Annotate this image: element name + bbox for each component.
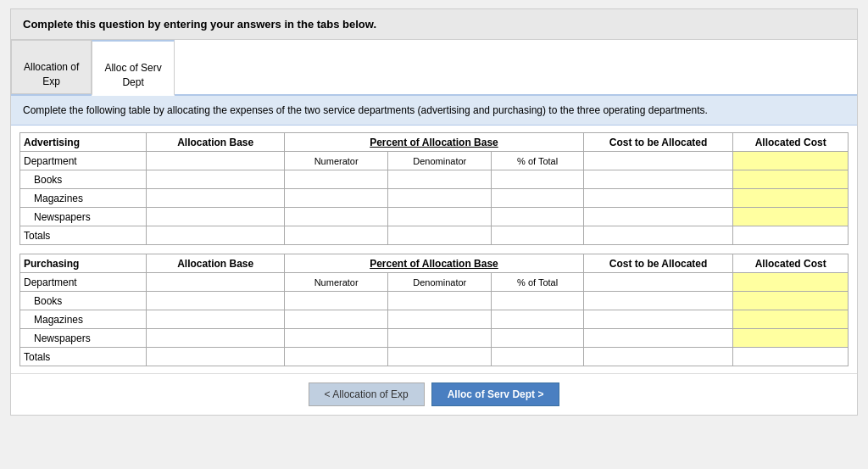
pur-dept-allocated-field[interactable]	[733, 274, 848, 291]
adv-dept-cost-field[interactable]	[584, 153, 732, 170]
pur-magazines-row: Magazines	[20, 310, 849, 329]
adv-magazines-allocated-field[interactable]	[733, 190, 848, 207]
nav-buttons: < Allocation of Exp Alloc of Serv Dept >	[11, 373, 857, 415]
pur-dept-alloc-field[interactable]	[147, 274, 284, 291]
adv-books-alloc-field[interactable]	[147, 171, 284, 188]
adv-dept-alloc-input[interactable]	[147, 152, 285, 170]
pur-newspapers-label: Newspapers	[20, 329, 147, 348]
pur-dept-label: Department	[20, 273, 147, 292]
adv-books-row: Books	[20, 170, 849, 189]
pur-totals-alloc-field[interactable]	[147, 349, 284, 366]
adv-newspapers-numerator-field[interactable]	[285, 209, 387, 226]
pur-totals-pct-field[interactable]	[492, 349, 583, 366]
adv-totals-cost-field[interactable]	[584, 227, 732, 244]
adv-newspapers-cost-field[interactable]	[584, 209, 732, 226]
adv-books-denominator-field[interactable]	[388, 171, 491, 188]
pur-newspapers-denominator-field[interactable]	[388, 330, 491, 347]
pur-cost-header: Cost to be Allocated	[583, 254, 732, 273]
pur-dept-cost-input[interactable]	[583, 273, 732, 292]
pur-newspapers-row: Newspapers	[20, 329, 849, 348]
adv-books-cost-field[interactable]	[584, 171, 732, 188]
pur-totals-allocated-field[interactable]	[733, 349, 848, 366]
adv-newspapers-allocated-field[interactable]	[733, 209, 848, 226]
pur-books-cost-field[interactable]	[584, 293, 732, 310]
next-button[interactable]: Alloc of Serv Dept >	[431, 382, 560, 406]
section-spacer	[19, 245, 849, 254]
pur-denominator-sub: Denominator	[388, 273, 492, 292]
pur-magazines-pct-field[interactable]	[492, 311, 583, 328]
pur-newspapers-allocated-field[interactable]	[733, 330, 848, 347]
pur-totals-label: Totals	[20, 348, 147, 366]
pur-numerator-sub: Numerator	[285, 273, 388, 292]
pur-totals-cost-field[interactable]	[584, 349, 732, 366]
adv-pct-sub: % of Total	[492, 152, 584, 170]
adv-books-numerator-field[interactable]	[285, 171, 387, 188]
pur-books-denominator-field[interactable]	[388, 293, 491, 310]
adv-newspapers-label: Newspapers	[20, 208, 147, 226]
tab-alloc-serv-dept[interactable]: Alloc of Serv Dept	[92, 40, 174, 96]
adv-totals-allocated-field[interactable]	[733, 227, 848, 244]
adv-percent-header: Percent of Allocation Base	[285, 133, 584, 152]
pur-allocated-header: Allocated Cost	[733, 254, 849, 273]
pur-newspapers-alloc-field[interactable]	[147, 330, 284, 347]
adv-newspapers-row: Newspapers	[20, 208, 849, 226]
pur-books-numerator-field[interactable]	[285, 293, 387, 310]
pur-totals-denominator-field[interactable]	[388, 349, 491, 366]
pur-books-alloc-field[interactable]	[147, 293, 284, 310]
pur-newspapers-pct-field[interactable]	[492, 330, 583, 347]
adv-cost-header: Cost to be Allocated	[583, 133, 732, 152]
adv-magazines-alloc-field[interactable]	[147, 190, 284, 207]
pur-magazines-alloc-field[interactable]	[147, 311, 284, 328]
adv-totals-pct-field[interactable]	[492, 227, 583, 244]
adv-newspapers-denominator-field[interactable]	[388, 209, 491, 226]
pur-newspapers-cost-field[interactable]	[584, 330, 732, 347]
adv-books-allocated-field[interactable]	[733, 171, 848, 188]
tab-allocation-exp[interactable]: Allocation of Exp	[11, 40, 92, 94]
pur-magazines-denominator-field[interactable]	[388, 311, 491, 328]
adv-magazines-cost-field[interactable]	[584, 190, 732, 207]
pur-pct-sub: % of Total	[492, 273, 584, 292]
adv-totals-numerator-field[interactable]	[285, 227, 387, 244]
pur-alloc-base-header: Allocation Base	[147, 254, 285, 273]
adv-magazines-pct-field[interactable]	[492, 190, 583, 207]
pur-magazines-cost-field[interactable]	[584, 311, 732, 328]
adv-dept-cost-input[interactable]	[583, 152, 732, 170]
adv-dept-alloc-field[interactable]	[147, 153, 284, 170]
tables-section: Advertising Allocation Base Percent of A…	[11, 126, 857, 373]
adv-newspapers-alloc-field[interactable]	[147, 209, 284, 226]
pur-magazines-numerator-field[interactable]	[285, 311, 387, 328]
adv-totals-row: Totals	[20, 226, 849, 245]
instruction-text: Complete this question by entering your …	[23, 18, 376, 31]
advertising-table: Advertising Allocation Base Percent of A…	[19, 132, 849, 245]
pur-newspapers-numerator-field[interactable]	[285, 330, 387, 347]
advertising-label: Advertising	[20, 133, 147, 152]
pur-books-pct-field[interactable]	[492, 293, 583, 310]
adv-magazines-row: Magazines	[20, 189, 849, 208]
adv-totals-denominator-field[interactable]	[388, 227, 491, 244]
adv-magazines-denominator-field[interactable]	[388, 190, 491, 207]
pur-magazines-allocated-field[interactable]	[733, 311, 848, 328]
adv-numerator-sub: Numerator	[285, 152, 388, 170]
pur-books-row: Books	[20, 292, 849, 310]
pur-dept-allocated-input[interactable]	[733, 273, 849, 292]
adv-magazines-label: Magazines	[20, 189, 147, 208]
adv-totals-alloc-field[interactable]	[147, 227, 284, 244]
adv-denominator-sub: Denominator	[388, 152, 492, 170]
pur-dept-cost-field[interactable]	[584, 274, 732, 291]
pur-books-allocated-field[interactable]	[733, 293, 848, 310]
adv-magazines-numerator-field[interactable]	[285, 190, 387, 207]
purchasing-label: Purchasing	[20, 254, 147, 273]
adv-allocated-header: Allocated Cost	[733, 133, 849, 152]
pur-dept-alloc-input[interactable]	[147, 273, 285, 292]
pur-percent-header: Percent of Allocation Base	[285, 254, 584, 273]
adv-books-pct-field[interactable]	[492, 171, 583, 188]
adv-alloc-base-header: Allocation Base	[147, 133, 285, 152]
adv-dept-allocated-field[interactable]	[733, 153, 848, 170]
pur-totals-numerator-field[interactable]	[285, 349, 387, 366]
pur-totals-row: Totals	[20, 348, 849, 366]
adv-dept-allocated-input[interactable]	[733, 152, 849, 170]
prev-button[interactable]: < Allocation of Exp	[309, 382, 425, 406]
instruction-bar: Complete this question by entering your …	[11, 9, 857, 40]
pur-magazines-label: Magazines	[20, 310, 147, 329]
adv-newspapers-pct-field[interactable]	[492, 209, 583, 226]
